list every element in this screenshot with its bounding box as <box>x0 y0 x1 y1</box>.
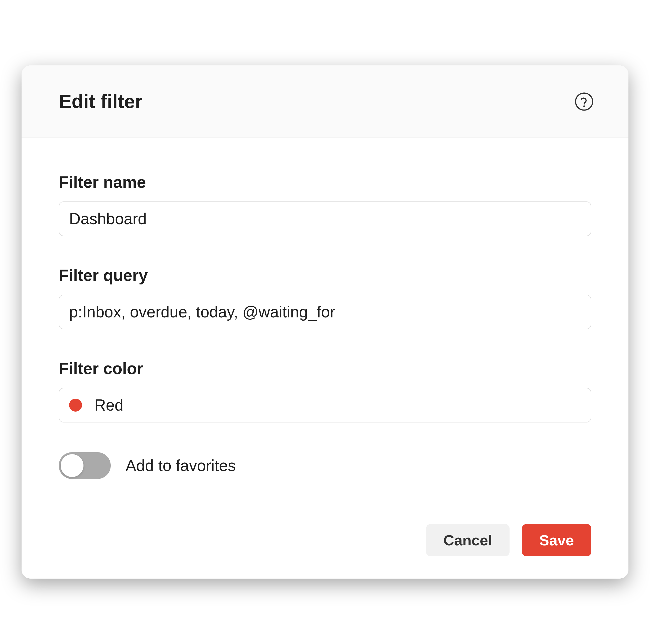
dialog-header: Edit filter <box>22 65 628 138</box>
dialog-footer: Cancel Save <box>22 504 628 579</box>
add-to-favorites-toggle[interactable] <box>59 452 111 479</box>
svg-point-1 <box>583 105 585 107</box>
help-icon[interactable] <box>574 92 594 111</box>
filter-query-field: Filter query <box>59 266 591 329</box>
filter-name-field: Filter name <box>59 173 591 236</box>
add-to-favorites-row: Add to favorites <box>59 452 591 479</box>
color-swatch-icon <box>69 399 82 412</box>
toggle-knob-icon <box>61 454 83 477</box>
filter-color-selected-name: Red <box>95 396 123 414</box>
edit-filter-dialog: Edit filter Filter name Filter query Fil… <box>22 65 628 579</box>
filter-color-label: Filter color <box>59 359 591 378</box>
save-button[interactable]: Save <box>522 524 591 556</box>
dialog-body: Filter name Filter query Filter color Re… <box>22 138 628 504</box>
dialog-title: Edit filter <box>59 90 142 113</box>
filter-name-input[interactable] <box>59 202 591 236</box>
filter-color-field: Filter color Red <box>59 359 591 423</box>
filter-name-label: Filter name <box>59 173 591 191</box>
filter-color-select[interactable]: Red <box>59 388 591 423</box>
svg-point-0 <box>576 93 593 110</box>
cancel-button[interactable]: Cancel <box>426 524 510 556</box>
filter-query-label: Filter query <box>59 266 591 285</box>
add-to-favorites-label: Add to favorites <box>125 457 236 475</box>
filter-query-input[interactable] <box>59 295 591 329</box>
